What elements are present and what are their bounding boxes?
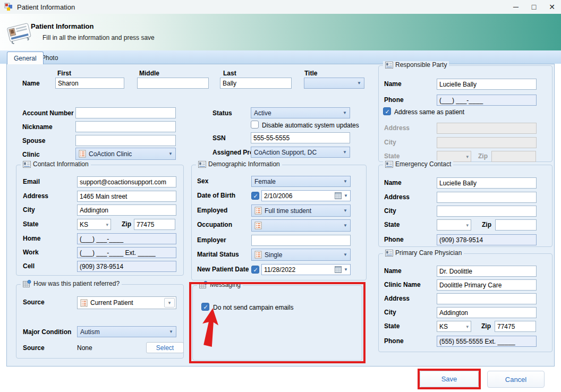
cancel-button[interactable]: Cancel <box>487 371 545 388</box>
ec-state-select[interactable]: ▾ <box>437 219 471 231</box>
last-name-input[interactable] <box>220 78 292 89</box>
list-icon <box>80 299 88 307</box>
primary-care-physician-title: Primary Care Physician <box>395 249 462 257</box>
email-input[interactable] <box>77 176 176 188</box>
address-same-as-patient-checkbox[interactable] <box>383 107 391 115</box>
pcp-zip-input[interactable] <box>495 321 536 332</box>
pcp-state-label: State <box>384 322 400 330</box>
cell-phone-label: Cell <box>23 262 35 270</box>
maximize-icon[interactable]: □ <box>525 0 543 14</box>
id-card-icon <box>6 19 32 47</box>
middle-label: Middle <box>139 70 159 77</box>
close-icon[interactable]: ✕ <box>543 0 561 14</box>
header-title: Patient Information <box>31 22 94 30</box>
rp-phone-input[interactable] <box>437 95 537 106</box>
home-phone-input[interactable] <box>77 233 176 244</box>
marital-status-combo[interactable]: Single ▼ <box>251 249 351 261</box>
employer-input[interactable] <box>251 235 351 246</box>
state-label: State <box>23 220 38 228</box>
list-icon <box>254 221 262 229</box>
occupation-combo[interactable]: ▼ <box>251 219 351 232</box>
ec-city-input[interactable] <box>437 206 537 217</box>
referred-title: How was this patient referred? <box>33 280 120 287</box>
sex-combo[interactable]: Female ▼ <box>251 176 351 187</box>
list-icon <box>254 207 262 215</box>
employer-label: Employer <box>197 236 226 244</box>
major-condition-combo[interactable]: Autism ▼ <box>77 326 176 337</box>
ec-state-label: State <box>384 221 400 228</box>
date-of-birth-picker[interactable]: 2/10/2006 ▼ <box>261 190 351 201</box>
title-label: Title <box>304 70 317 77</box>
title-combo[interactable]: ▼ <box>304 78 364 89</box>
state-select[interactable]: KS ▾ <box>77 219 111 230</box>
status-label: Status <box>212 109 232 117</box>
pcp-clinic-name-input[interactable] <box>437 279 537 291</box>
ec-name-input[interactable] <box>437 177 537 189</box>
date-of-birth-checkbox[interactable] <box>251 192 259 200</box>
rp-name-input[interactable] <box>437 79 537 90</box>
ec-zip-input[interactable] <box>495 219 537 231</box>
minimize-icon[interactable]: ─ <box>507 0 525 14</box>
pcp-city-input[interactable] <box>437 307 537 318</box>
new-patient-date-picker[interactable]: 11/28/2022 ▼ <box>261 264 351 275</box>
disable-updates-checkbox[interactable] <box>251 121 259 129</box>
contact-information-title: Contact Information <box>33 160 89 168</box>
clinic-combo[interactable]: CoAction Clinic ▼ <box>75 148 176 160</box>
cell-phone-input[interactable] <box>77 261 176 272</box>
save-button[interactable]: Save <box>420 371 479 387</box>
rp-phone-label: Phone <box>384 96 404 104</box>
first-label: First <box>57 70 71 77</box>
employed-combo[interactable]: Full time student ▼ <box>251 204 351 217</box>
chevron-down-icon: ▾ <box>106 222 108 227</box>
ec-phone-input[interactable] <box>437 234 537 245</box>
calendar-icon <box>335 266 342 273</box>
chevron-down-icon: ▼ <box>169 329 173 334</box>
ssn-label: SSN <box>212 134 226 142</box>
spouse-input[interactable] <box>75 135 176 146</box>
pcp-address-input[interactable] <box>437 293 537 304</box>
address-label: Address <box>23 192 48 200</box>
emergency-contact-group: Emergency Contact Name Address City Stat… <box>378 165 552 247</box>
chevron-down-icon: ▾ <box>466 223 469 228</box>
ssn-input[interactable] <box>251 132 350 143</box>
occupation-label: Occupation <box>197 221 232 228</box>
ec-phone-label: Phone <box>384 236 404 243</box>
new-patient-date-checkbox[interactable] <box>251 266 259 274</box>
select-button[interactable]: Select <box>146 342 184 353</box>
pcp-city-label: City <box>384 309 396 316</box>
vcard-icon <box>23 161 31 168</box>
address-input[interactable] <box>77 191 176 202</box>
chevron-down-icon: ▾ <box>466 324 469 329</box>
pcp-phone-input[interactable] <box>437 336 537 347</box>
referral-source-combo[interactable]: Current Patient ▾ <box>77 296 176 309</box>
referred-group: How was this patient referred? Source Cu… <box>16 284 184 359</box>
list-icon <box>254 251 262 259</box>
primary-care-physician-group: Primary Care Physician Name Clinic Name … <box>378 253 552 352</box>
tab-general[interactable]: General <box>7 52 44 64</box>
nickname-input[interactable] <box>75 121 176 132</box>
ec-address-label: Address <box>384 193 410 201</box>
pcp-zip-label: Zip <box>481 322 491 330</box>
ec-address-input[interactable] <box>437 192 537 203</box>
assigned-provider-combo[interactable]: CoAction Support, DC ▼ <box>251 147 350 158</box>
city-input[interactable] <box>77 204 176 216</box>
responsible-party-title: Responsible Party <box>395 61 447 69</box>
no-campaign-emails-label: Do not send campain emails <box>213 304 293 311</box>
major-condition-label: Major Condition <box>23 328 71 336</box>
status-combo[interactable]: Active ▼ <box>251 107 350 118</box>
pcp-state-select[interactable]: KS ▾ <box>437 321 471 332</box>
work-phone-input[interactable] <box>77 247 176 258</box>
vcard-icon <box>385 62 393 69</box>
email-label: Email <box>23 178 40 185</box>
pcp-name-input[interactable] <box>437 266 537 277</box>
chevron-down-icon: ▼ <box>168 151 173 156</box>
zip-input[interactable] <box>134 219 175 230</box>
home-phone-label: Home <box>23 235 40 242</box>
pcp-address-label: Address <box>384 295 410 302</box>
spouse-label: Spouse <box>22 137 45 144</box>
demographic-information-group: Demographic Information Sex Female ▼ Dat… <box>191 165 367 280</box>
zip-label: Zip <box>122 220 131 228</box>
first-name-input[interactable] <box>55 78 124 89</box>
middle-name-input[interactable] <box>137 78 209 89</box>
account-number-input[interactable] <box>75 107 176 118</box>
